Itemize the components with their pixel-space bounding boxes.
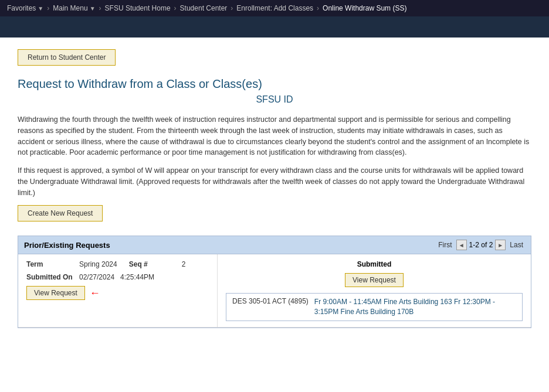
term-value: Spring 2024 xyxy=(79,260,117,268)
info-paragraph-2: If this request is approved, a symbol of… xyxy=(18,165,531,198)
term-field: Term Spring 2024 xyxy=(26,260,117,268)
seq-value: 2 xyxy=(182,260,186,268)
class-schedule: Fr 9:00AM - 11:45AM Fine Arts Building 1… xyxy=(314,297,516,317)
requests-section: Prior/Existing Requests First ◄ 1-2 of 2… xyxy=(18,236,531,328)
submitted-col-header: Submitted xyxy=(226,260,523,268)
nav-sep-1: › xyxy=(46,4,50,12)
view-request-bottom-button[interactable]: View Request xyxy=(26,286,85,300)
pagination: First ◄ 1-2 of 2 ► Last xyxy=(436,240,525,250)
request-left-panel: Term Spring 2024 Seq # 2 Submitted On 02… xyxy=(18,254,218,327)
last-page-button[interactable]: Last xyxy=(508,240,525,250)
favorites-dropdown-arrow: ▼ xyxy=(38,5,43,12)
submitted-on-date: 02/27/2024 xyxy=(79,273,114,281)
nav-favorites[interactable]: Favorites ▼ xyxy=(5,4,46,12)
submitted-on-field: Submitted On 02/27/2024 4:25:44PM xyxy=(26,273,209,281)
create-new-request-button[interactable]: Create New Request xyxy=(18,205,103,221)
red-arrow-icon: ← xyxy=(90,287,100,299)
term-seq-row: Term Spring 2024 Seq # 2 xyxy=(26,260,209,271)
requests-section-title: Prior/Existing Requests xyxy=(24,241,110,250)
first-page-button[interactable]: First xyxy=(436,240,453,250)
secondary-bar xyxy=(0,16,549,38)
request-right-panel: Submitted View Request DES 305-01 ACT (4… xyxy=(218,254,531,327)
nav-sep-5: › xyxy=(316,4,320,12)
pagination-count: 1-2 of 2 xyxy=(469,241,493,249)
class-info-box: DES 305-01 ACT (4895) Fr 9:00AM - 11:45A… xyxy=(226,293,523,321)
prev-page-button[interactable]: ◄ xyxy=(456,240,467,250)
seq-field: Seq # 2 xyxy=(129,260,186,268)
nav-bar: Favorites ▼ › Main Menu ▼ › SFSU Student… xyxy=(0,0,549,16)
nav-sep-4: › xyxy=(229,4,234,12)
submitted-on-time: 4:25:44PM xyxy=(120,273,154,281)
view-request-top-button[interactable]: View Request xyxy=(345,273,404,287)
nav-sep-3: › xyxy=(173,4,178,12)
nav-main-menu[interactable]: Main Menu ▼ xyxy=(50,4,97,12)
next-page-button[interactable]: ► xyxy=(495,240,506,250)
main-menu-dropdown-arrow: ▼ xyxy=(90,5,96,12)
nav-withdraw-sum[interactable]: Online Withdraw Sum (SS) xyxy=(320,4,409,12)
nav-sep-2: › xyxy=(98,4,103,12)
return-to-student-center-button[interactable]: Return to Student Center xyxy=(18,49,116,66)
term-label: Term xyxy=(26,260,73,268)
class-info-row: DES 305-01 ACT (4895) Fr 9:00AM - 11:45A… xyxy=(232,297,516,317)
request-row: Term Spring 2024 Seq # 2 Submitted On 02… xyxy=(18,254,531,328)
nav-enrollment[interactable]: Enrollment: Add Classes xyxy=(234,4,316,12)
view-request-bottom-row: View Request ← xyxy=(26,286,209,300)
class-code: DES 305-01 ACT (4895) xyxy=(232,297,309,305)
nav-student-center[interactable]: Student Center xyxy=(178,4,230,12)
submitted-on-label: Submitted On xyxy=(26,273,73,281)
info-paragraph-1: Withdrawing the fourth through the twelf… xyxy=(18,114,531,158)
page-title: Request to Withdraw from a Class or Clas… xyxy=(18,77,531,91)
requests-section-header: Prior/Existing Requests First ◄ 1-2 of 2… xyxy=(18,236,531,254)
sfsu-id-label: SFSU ID xyxy=(18,94,531,105)
nav-sfsu-home[interactable]: SFSU Student Home xyxy=(103,4,173,12)
main-content: Return to Student Center Request to With… xyxy=(0,38,549,340)
seq-label: Seq # xyxy=(129,260,176,268)
